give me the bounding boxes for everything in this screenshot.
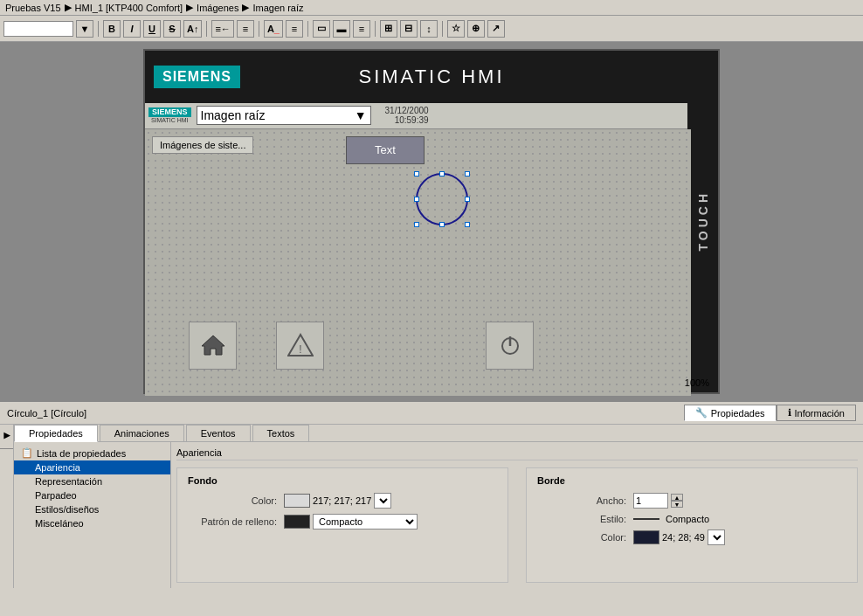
prop-list-header-label: Lista de propiedades bbox=[37, 448, 126, 459]
toolbar-insert3[interactable]: ↕ bbox=[420, 20, 438, 38]
hmi-screen: SIEMENS SIMATIC HMI TOUCH SIEMENS SIMATI… bbox=[143, 49, 720, 394]
tab-propiedades[interactable]: 🔧 Propiedades bbox=[684, 405, 777, 421]
sel-handle-top bbox=[439, 171, 445, 176]
prop-main: Apariencia Fondo Color: 217; 217; 217 bbox=[171, 442, 863, 588]
tab-informacion[interactable]: ℹ Información bbox=[777, 405, 856, 421]
borde-width-label: Ancho: bbox=[537, 495, 633, 506]
breadcrumb-item-1[interactable]: Pruebas V15 bbox=[5, 3, 61, 13]
sel-handle-tr bbox=[465, 171, 470, 176]
toolbar-color-a[interactable]: A_ bbox=[264, 20, 283, 38]
propiedades-icon: 🔧 bbox=[695, 407, 708, 419]
hmi-screen-dropdown[interactable]: Imagen raíz ▼ bbox=[197, 106, 371, 125]
breadcrumb-item-4[interactable]: Imagen raíz bbox=[252, 3, 303, 13]
main-canvas-area: SIEMENS SIMATIC HMI TOUCH SIEMENS SIMATI… bbox=[0, 42, 863, 400]
fondo-pattern-dropdown[interactable]: Compacto bbox=[313, 514, 418, 529]
touch-label: TOUCH bbox=[696, 190, 710, 252]
fondo-color-dropdown[interactable]: ▼ bbox=[374, 493, 391, 509]
prop-tab-eventos[interactable]: Eventos bbox=[186, 425, 251, 442]
toolbar-align-left[interactable]: ≡← bbox=[211, 20, 233, 38]
prop-item-estilos[interactable]: Estilos/diseños bbox=[14, 502, 170, 516]
toolbar-font-size-up[interactable]: A↑ bbox=[183, 20, 202, 38]
hmi-small-logo: SIEMENS SIMATIC HMI bbox=[148, 107, 191, 123]
prop-tabbar: Propiedades Animaciones Eventos Textos bbox=[14, 425, 863, 442]
hmi-content[interactable]: Imágenes de siste... Text bbox=[145, 129, 691, 396]
prop-main-inner: Fondo Color: 217; 217; 217 ▼ bbox=[176, 467, 858, 583]
toolbar-bg-color[interactable]: ≡ bbox=[286, 20, 303, 38]
props-vtab-handle[interactable]: ◀ bbox=[0, 425, 13, 449]
breadcrumb-sep-2: ▶ bbox=[186, 2, 193, 13]
borde-width-input[interactable] bbox=[633, 493, 668, 509]
borde-color-dropdown[interactable]: ▼ bbox=[708, 529, 725, 545]
hmi-datetime: 31/12/2000 10:59:39 bbox=[385, 106, 429, 125]
propiedades-label: Propiedades bbox=[711, 408, 765, 419]
bottom-panel: Círculo_1 [Círculo] 🔧 Propiedades ℹ Info… bbox=[0, 400, 863, 588]
prop-row-borde-width: Ancho: ▲ ▼ bbox=[537, 493, 846, 509]
object-titlebar: Círculo_1 [Círculo] 🔧 Propiedades ℹ Info… bbox=[0, 402, 863, 425]
toolbar-align-center[interactable]: ≡ bbox=[237, 20, 254, 38]
prop-item-parpadeo[interactable]: Parpadeo bbox=[14, 488, 170, 502]
toolbar-action3[interactable]: ↗ bbox=[487, 20, 505, 38]
breadcrumb-sep-3: ▶ bbox=[242, 2, 249, 13]
hmi-sysimg-button[interactable]: Imágenes de siste... bbox=[152, 136, 253, 154]
prop-item-representacion[interactable]: Representación bbox=[14, 474, 170, 488]
toolbar-strikethrough[interactable]: S bbox=[163, 20, 181, 38]
object-tabs: 🔧 Propiedades ℹ Información bbox=[684, 405, 856, 421]
prop-item-apariencia[interactable]: Apariencia bbox=[14, 460, 170, 474]
warning-icon: ! bbox=[287, 332, 314, 358]
toolbar-italic[interactable]: I bbox=[123, 20, 141, 38]
borde-color-swatch[interactable] bbox=[633, 530, 659, 544]
borde-width-spinner: ▲ ▼ bbox=[671, 494, 683, 508]
fondo-color-value-box: 217; 217; 217 ▼ bbox=[284, 493, 391, 509]
props-content: Propiedades Animaciones Eventos Textos 📋… bbox=[14, 425, 863, 588]
prop-row-color: Color: 217; 217; 217 ▼ bbox=[188, 493, 497, 509]
fondo-pattern-value-box: Compacto bbox=[284, 514, 418, 529]
toolbar-sep-6 bbox=[442, 21, 443, 37]
toolbar-border3[interactable]: ≡ bbox=[353, 20, 370, 38]
touch-bar: TOUCH bbox=[687, 51, 718, 392]
sel-handle-tl bbox=[414, 171, 419, 176]
toolbar-border1[interactable]: ▭ bbox=[313, 20, 330, 38]
prop-section-title: Apariencia bbox=[176, 447, 858, 460]
prop-list-header[interactable]: 📋 Lista de propiedades bbox=[14, 446, 170, 460]
prop-item-miscelaneo[interactable]: Misceláneo bbox=[14, 516, 170, 530]
prop-group-fondo: Fondo Color: 217; 217; 217 ▼ bbox=[176, 467, 508, 583]
hmi-nav: SIEMENS SIMATIC HMI Imagen raíz ▼ 31/12/… bbox=[145, 103, 687, 129]
toolbar-action2[interactable]: ⊕ bbox=[467, 20, 485, 38]
toolbar-insert2[interactable]: ⊟ bbox=[400, 20, 418, 38]
prop-tab-textos[interactable]: Textos bbox=[252, 425, 310, 442]
breadcrumb-item-3[interactable]: Imágenes bbox=[197, 3, 238, 13]
breadcrumb-item-2[interactable]: HMI_1 [KTP400 Comfort] bbox=[75, 3, 183, 13]
fondo-pattern-swatch bbox=[284, 515, 310, 529]
borde-width-down[interactable]: ▼ bbox=[671, 501, 683, 508]
informacion-icon: ℹ bbox=[788, 407, 791, 419]
hmi-dropdown-arrow: ▼ bbox=[355, 108, 367, 122]
sel-handle-right bbox=[465, 197, 470, 202]
svg-marker-0 bbox=[202, 336, 224, 355]
toolbar-input[interactable] bbox=[3, 21, 73, 37]
hmi-header: SIEMENS SIMATIC HMI bbox=[145, 51, 718, 103]
toolbar-sep-2 bbox=[206, 21, 207, 37]
borde-width-up[interactable]: ▲ bbox=[671, 494, 683, 501]
toolbar-border2[interactable]: ▬ bbox=[333, 20, 350, 38]
hmi-icon-power[interactable] bbox=[486, 322, 534, 370]
borde-title: Borde bbox=[537, 475, 846, 486]
house-icon bbox=[200, 332, 226, 358]
toolbar-action1[interactable]: ☆ bbox=[447, 20, 465, 38]
hmi-circle-element[interactable] bbox=[416, 173, 468, 225]
toolbar-underline[interactable]: U bbox=[143, 20, 161, 38]
toolbar-bold[interactable]: B bbox=[103, 20, 121, 38]
toolbar-dropdown-btn[interactable]: ▼ bbox=[76, 20, 93, 38]
informacion-label: Información bbox=[795, 408, 845, 419]
hmi-text-button[interactable]: Text bbox=[346, 136, 425, 164]
borde-color-label: Color: bbox=[537, 532, 633, 543]
hmi-icon-warn[interactable]: ! bbox=[276, 322, 324, 370]
fondo-color-label: Color: bbox=[188, 495, 284, 506]
borde-color-text: 24; 28; 49 bbox=[662, 532, 705, 543]
hmi-icon-house[interactable] bbox=[189, 322, 237, 370]
fondo-color-swatch[interactable] bbox=[284, 494, 310, 508]
svg-text:!: ! bbox=[299, 343, 301, 356]
prop-tab-animaciones[interactable]: Animaciones bbox=[100, 425, 184, 442]
prop-tab-propiedades[interactable]: Propiedades bbox=[14, 425, 98, 442]
toolbar-insert1[interactable]: ⊞ bbox=[380, 20, 397, 38]
toolbar-sep-3 bbox=[259, 21, 259, 37]
